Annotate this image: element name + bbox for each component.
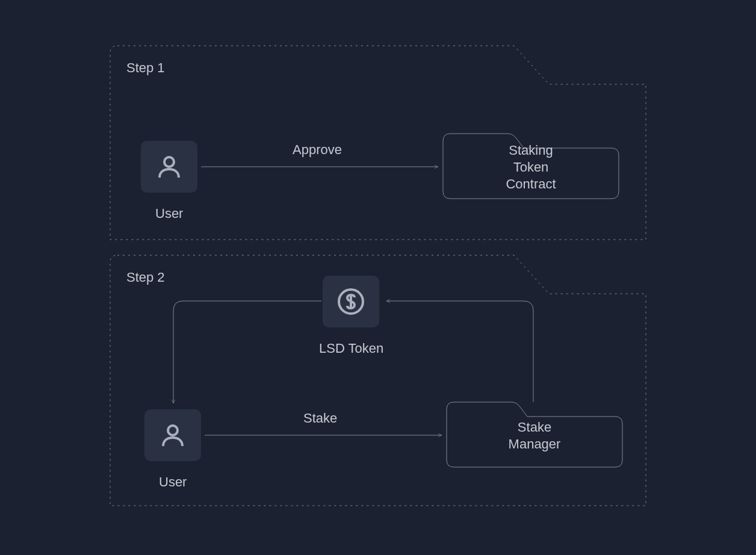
step2-manager-line2: Manager (509, 436, 561, 451)
step2-arrow-lsd-to-user (173, 301, 321, 403)
dollar-circle-icon (336, 287, 365, 316)
step2-title: Step 2 (126, 270, 165, 285)
step1-edge-approve-label: Approve (293, 142, 342, 158)
step1-contract-label: Staking Token Contract (443, 142, 619, 193)
step2-manager-line1: Stake (518, 420, 551, 435)
step1-contract-line2: Token (513, 160, 549, 175)
user-icon (158, 421, 187, 450)
step2-edge-stake-label: Stake (303, 411, 337, 426)
step1-title: Step 1 (126, 60, 165, 76)
svg-point-0 (164, 157, 174, 167)
step2-user-label: User (159, 474, 187, 490)
step1-contract-line1: Staking (509, 143, 553, 158)
step2-manager-label: Stake Manager (447, 419, 622, 453)
step1-user-label: User (155, 206, 183, 222)
step2-lsd-label: LSD Token (319, 341, 383, 356)
user-icon (155, 152, 184, 181)
step1-contract-line3: Contract (506, 176, 556, 191)
step2-lsd-tile (323, 276, 379, 327)
diagram-canvas: Step 1 User Approve Staking Token Contra… (0, 0, 756, 555)
svg-point-2 (168, 426, 178, 435)
step2-user-tile (144, 409, 201, 461)
step2-arrow-manager-to-lsd (386, 301, 533, 402)
step1-user-tile (141, 141, 197, 193)
